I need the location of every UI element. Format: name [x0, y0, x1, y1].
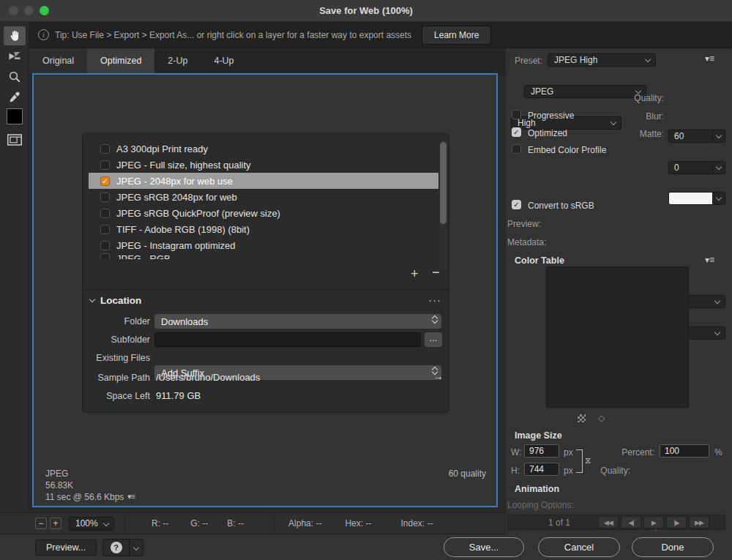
browser-dropdown-toggle[interactable] — [130, 540, 143, 556]
dither-transparency-icon[interactable] — [578, 414, 586, 422]
index-readout: Index: -- — [400, 518, 433, 529]
open-path-icon[interactable]: → — [433, 370, 444, 382]
status-menu-icon[interactable]: ▾≡ — [127, 492, 135, 501]
embed-profile-label: Embed Color Profile — [528, 145, 606, 155]
blur-field[interactable]: 0 — [668, 161, 725, 174]
height-label: H: — [511, 466, 520, 476]
checkbox[interactable] — [100, 176, 110, 186]
first-frame-button[interactable]: ◀◀ — [598, 516, 619, 529]
checkbox[interactable] — [100, 160, 110, 170]
checkbox[interactable] — [100, 209, 110, 218]
remove-preset-button[interactable]: − — [432, 267, 440, 277]
zoom-level-dropdown[interactable]: 100% — [69, 517, 114, 531]
list-item[interactable]: TIFF - Adobe RGB (1998) (8bit) — [89, 221, 438, 237]
list-item[interactable]: JPEG - Instagram optimized — [89, 237, 438, 253]
tab-original[interactable]: Original — [29, 48, 87, 73]
folder-select[interactable]: Downloads — [154, 314, 441, 329]
tab-4up[interactable]: 4-Up — [201, 48, 247, 73]
tab-2up[interactable]: 2-Up — [154, 48, 201, 73]
hand-icon — [8, 29, 21, 42]
list-item[interactable]: A3 300dpi Print ready — [89, 141, 438, 157]
hand-tool[interactable] — [4, 26, 26, 45]
resample-quality-label: Quality: — [598, 466, 630, 476]
filesize-readout: 56.83K — [45, 480, 73, 490]
scrollbar-thumb[interactable] — [440, 142, 447, 224]
title-bar: Save for Web (100%) — [0, 0, 732, 22]
web-shift-icon[interactable]: ◇ — [598, 413, 605, 423]
list-item[interactable]: JPEG - Full size, highest quality — [89, 157, 438, 173]
tip-bar: i Tip: Use File > Export > Export As... … — [29, 22, 732, 48]
info-icon: i — [38, 29, 49, 40]
width-field[interactable]: 976 — [524, 444, 559, 458]
save-button[interactable]: Save... — [444, 537, 524, 557]
optimized-preview-canvas[interactable]: A3 300dpi Print ready JPEG - Full size, … — [32, 73, 498, 507]
color-swatch[interactable] — [7, 108, 23, 124]
previous-frame-button[interactable]: ◀| — [621, 516, 641, 529]
preset-label: Preset: — [515, 56, 542, 66]
zoom-in-button[interactable]: + — [50, 518, 61, 529]
blur-slider-toggle[interactable] — [712, 162, 725, 173]
toggle-slices-visibility[interactable] — [4, 130, 26, 149]
hex-readout: Hex: -- — [345, 518, 371, 529]
panel-menu-icon[interactable]: ▾≡ — [705, 53, 714, 64]
next-frame-button[interactable]: |▶ — [666, 516, 687, 529]
r-readout: R: -- — [152, 518, 168, 529]
chevron-down-icon — [133, 545, 139, 550]
list-item[interactable]: JPEG sRGB QuickProof (preview size) — [89, 205, 438, 221]
existing-files-label: Existing Files — [86, 353, 150, 363]
add-preset-button[interactable]: + — [411, 269, 419, 279]
default-browser-icon[interactable]: ? — [103, 540, 130, 556]
quality-readout: 60 quality — [449, 468, 486, 479]
browser-select-button[interactable]: ? — [102, 539, 143, 556]
list-item-selected[interactable]: JPEG - 2048px for web use — [89, 173, 438, 189]
eyedropper-tool[interactable] — [4, 88, 26, 107]
zoom-out-button[interactable]: − — [35, 518, 47, 529]
learn-more-button[interactable]: Learn More — [422, 26, 491, 45]
progressive-checkbox[interactable] — [512, 110, 521, 119]
sample-path-label: Sample Path — [86, 373, 150, 383]
list-item-clipped[interactable]: JPEG - RGB — [89, 253, 438, 259]
list-item[interactable]: JPEG sRGB 2048px for web — [89, 189, 438, 205]
chevron-down-icon — [714, 298, 720, 304]
space-left-label: Space Left — [86, 391, 150, 401]
list-scrollbar[interactable] — [440, 141, 447, 269]
chain-link-icon[interactable]: ⧖ — [585, 455, 591, 466]
browse-button[interactable]: ... — [425, 332, 442, 347]
quality-field[interactable]: 60 — [668, 130, 725, 143]
format-dropdown[interactable]: JPEG — [524, 85, 646, 98]
alpha-readout: Alpha: -- — [288, 518, 321, 529]
color-table-menu-icon[interactable]: ▾≡ — [705, 255, 714, 265]
convert-srgb-checkbox[interactable] — [512, 200, 521, 209]
matte-swatch[interactable] — [668, 192, 725, 205]
location-menu-icon[interactable]: ··· — [428, 294, 441, 306]
matte-dropdown-toggle[interactable] — [712, 193, 725, 204]
checkbox[interactable] — [100, 193, 110, 202]
preset-dropdown[interactable]: JPEG High — [548, 53, 656, 67]
checkbox[interactable] — [100, 241, 110, 250]
matte-label: Matte: — [632, 129, 664, 139]
percent-field[interactable]: 100 — [660, 444, 709, 458]
done-button[interactable]: Done — [632, 537, 714, 557]
subfolder-input[interactable] — [154, 332, 421, 347]
download-time-readout: 11 sec @ 56.6 Kbps — [45, 492, 124, 502]
last-frame-button[interactable]: ▶▶ — [689, 516, 709, 529]
quality-slider-toggle[interactable] — [712, 130, 725, 142]
optimized-label: Optimized — [528, 128, 567, 138]
checkbox[interactable] — [100, 144, 110, 154]
checkbox[interactable] — [100, 253, 110, 259]
play-button[interactable]: ▶ — [643, 516, 664, 529]
frame-navigation: 1 of 1 ◀◀ ◀| ▶ |▶ ▶▶ — [507, 515, 725, 530]
tab-optimized[interactable]: Optimized — [87, 48, 154, 73]
optimized-checkbox[interactable] — [512, 127, 521, 137]
width-label: W: — [511, 447, 521, 458]
zoom-tool[interactable] — [4, 67, 26, 86]
embed-profile-checkbox[interactable] — [512, 144, 521, 154]
preview-in-browser-button[interactable]: Preview... — [35, 540, 97, 556]
location-section-header[interactable]: Location — [90, 295, 141, 306]
checkbox[interactable] — [100, 225, 110, 234]
cancel-button[interactable]: Cancel — [538, 537, 620, 557]
color-table-grid — [546, 266, 689, 408]
height-field[interactable]: 744 — [524, 463, 559, 476]
slice-select-tool[interactable] — [4, 47, 26, 66]
eyedropper-icon — [8, 91, 21, 104]
